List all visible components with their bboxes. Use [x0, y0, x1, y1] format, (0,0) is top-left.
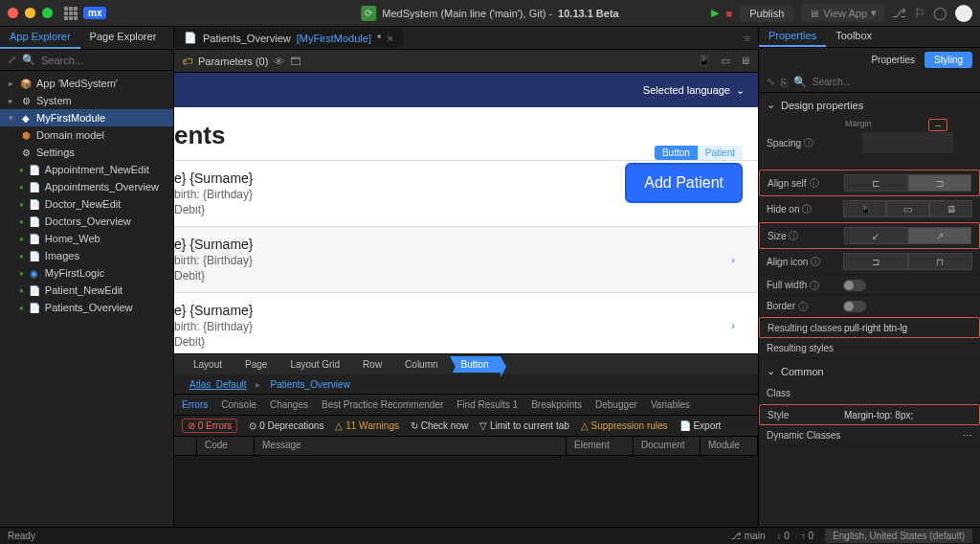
crumb[interactable]: Layout Grid: [278, 356, 351, 373]
dynamic-classes-row[interactable]: Dynamic Classes ⋯: [759, 425, 980, 446]
tree-item[interactable]: ●📄Patients_Overview: [0, 299, 173, 316]
tree-module[interactable]: ▾◆MyFirstModule: [0, 109, 173, 126]
errors-badge[interactable]: ⊘ 0 Errors: [182, 419, 237, 433]
hide-phone[interactable]: 📱: [843, 200, 886, 217]
tab-overflow[interactable]: ≡: [737, 33, 758, 44]
device-phone-icon[interactable]: 📱: [698, 55, 711, 67]
editor-tab[interactable]: 📄 Patients_Overview [MyFirstModule] * ×: [174, 29, 403, 47]
size-small[interactable]: ↙: [844, 227, 908, 244]
search-input[interactable]: [813, 77, 972, 87]
check-now-button[interactable]: ↻ Check now: [411, 420, 468, 431]
col-document[interactable]: Document: [634, 437, 701, 455]
branch-status[interactable]: ⎇ main: [730, 531, 765, 541]
tab-errors[interactable]: Errors: [182, 399, 208, 410]
bell-icon[interactable]: ◯: [933, 6, 947, 20]
col-code[interactable]: Code: [197, 437, 255, 455]
tab-breakpoints[interactable]: Breakpoints: [531, 399, 582, 410]
hide-tablet[interactable]: ▭: [886, 200, 929, 217]
close-tab-icon[interactable]: ×: [387, 33, 392, 44]
crumb-link[interactable]: Atlas_Default: [189, 379, 246, 390]
expand-icon[interactable]: ⤡: [767, 76, 775, 88]
tree-settings[interactable]: ⚙Settings: [0, 144, 173, 161]
publish-button[interactable]: Publish: [740, 5, 793, 22]
design-section[interactable]: ⌄ Design properties: [759, 93, 980, 117]
close-window[interactable]: [8, 8, 18, 18]
col-element[interactable]: Element: [567, 437, 634, 455]
run-button[interactable]: ▶: [711, 7, 719, 19]
subtab-styling[interactable]: Styling: [924, 52, 972, 68]
common-section[interactable]: ⌄ Common: [759, 359, 980, 383]
outgoing-count[interactable]: ↑ 0: [801, 531, 813, 541]
list-item[interactable]: e} {Surname} birth: {Birthday} Debit} ›: [174, 160, 758, 226]
tab-app-explorer[interactable]: App Explorer: [0, 27, 80, 49]
language-selector[interactable]: Selected language: [643, 84, 730, 96]
suppression-button[interactable]: △ Suppression rules: [581, 420, 668, 431]
minimize-window[interactable]: [25, 8, 35, 18]
tree-app[interactable]: ▸📦App 'MedSystem': [0, 75, 173, 92]
parameters-label[interactable]: Parameters (0): [198, 56, 268, 67]
tree-item[interactable]: ●◉MyFirstLogic: [0, 264, 173, 282]
language-status[interactable]: English, United States (default): [825, 529, 972, 543]
hide-desktop[interactable]: 🖥: [929, 200, 972, 217]
full-width-toggle[interactable]: [843, 280, 866, 291]
project-title: ⟳ MedSystem (Main line ('main'), Git) - …: [361, 6, 618, 21]
search-input[interactable]: [41, 55, 173, 66]
tree-item[interactable]: ●📄Doctors_Overview: [0, 213, 173, 230]
tab-bpr[interactable]: Best Practice Recommender: [322, 399, 443, 410]
nav-strip: Selected language ⌄: [174, 73, 758, 107]
tree-item[interactable]: ●📄Appointments_Overview: [0, 178, 173, 195]
crumb[interactable]: Column: [393, 356, 449, 373]
align-icon-right[interactable]: ⊐: [843, 253, 908, 270]
device-tablet-icon[interactable]: ▭: [721, 55, 730, 67]
apps-grid-icon[interactable]: [64, 7, 78, 20]
crumb[interactable]: Page: [234, 356, 278, 373]
tree-item[interactable]: ●📄Appointment_NewEdit: [0, 161, 173, 178]
style-row[interactable]: Style Margin-top: 8px;: [759, 404, 980, 425]
tree-item[interactable]: ●📄Home_Web: [0, 230, 173, 247]
align-self-start[interactable]: ⊏: [844, 174, 908, 192]
list-item[interactable]: e} {Surname} birth: {Birthday} Debit} ›: [174, 226, 758, 292]
tab-debugger[interactable]: Debugger: [595, 399, 637, 410]
subtab-properties[interactable]: Properties: [861, 52, 924, 68]
tab-changes[interactable]: Changes: [270, 399, 308, 410]
maximize-window[interactable]: [42, 8, 53, 18]
align-self-end[interactable]: ⊐: [908, 174, 972, 192]
more-icon[interactable]: ⋯: [963, 430, 972, 441]
tree-item[interactable]: ●📄Doctor_NewEdit: [0, 195, 173, 213]
stop-button[interactable]: ■: [726, 8, 733, 19]
tree-item[interactable]: ●📄Patient_NewEdit: [0, 282, 173, 299]
crumb-link[interactable]: Patients_Overview: [270, 379, 349, 390]
col-module[interactable]: Module: [701, 437, 758, 455]
tab-console[interactable]: Console: [221, 399, 256, 410]
align-icon-top[interactable]: ⊓: [908, 253, 973, 270]
size-large[interactable]: ↗: [908, 227, 972, 244]
deprecations-badge[interactable]: ⊙ 0 Deprecations: [249, 420, 323, 431]
device-desktop-icon[interactable]: 🖥: [740, 55, 750, 67]
list-item[interactable]: e} {Surname} birth: {Birthday} Debit} ›: [174, 292, 758, 353]
incoming-count[interactable]: ↓ 0: [776, 531, 789, 541]
tab-toolbox[interactable]: Toolbox: [826, 27, 881, 47]
tree-item[interactable]: ●📄Images: [0, 247, 173, 264]
class-row[interactable]: Class: [759, 383, 980, 404]
user-avatar[interactable]: [955, 5, 972, 22]
border-toggle[interactable]: [843, 301, 866, 312]
crumb[interactable]: Row: [351, 356, 393, 373]
expand-icon[interactable]: ⤢: [8, 54, 16, 66]
tab-find[interactable]: Find Results 1: [457, 399, 518, 410]
copy-icon[interactable]: ⎘: [781, 77, 788, 88]
tree-domain[interactable]: ⬢Domain model: [0, 126, 173, 144]
tab-properties[interactable]: Properties: [759, 27, 826, 47]
cart-icon[interactable]: ⚐: [914, 6, 925, 20]
warnings-badge[interactable]: △ 11 Warnings: [335, 420, 399, 431]
view-app-button[interactable]: 🖥 View App ▾: [801, 4, 884, 22]
crumb-active[interactable]: Button: [450, 356, 501, 373]
col-message[interactable]: Message: [255, 437, 567, 455]
tab-variables[interactable]: Variables: [651, 399, 690, 410]
crumb[interactable]: Layout: [182, 356, 234, 373]
tree-system[interactable]: ▸⚙System: [0, 92, 173, 109]
limit-tab-button[interactable]: ▽ Limit to current tab: [479, 420, 569, 431]
bottom-tabs: Errors Console Changes Best Practice Rec…: [174, 395, 758, 416]
tab-page-explorer[interactable]: Page Explorer: [80, 27, 167, 49]
export-button[interactable]: 📄 Export: [679, 420, 722, 431]
branch-icon[interactable]: ⎇: [892, 6, 906, 20]
